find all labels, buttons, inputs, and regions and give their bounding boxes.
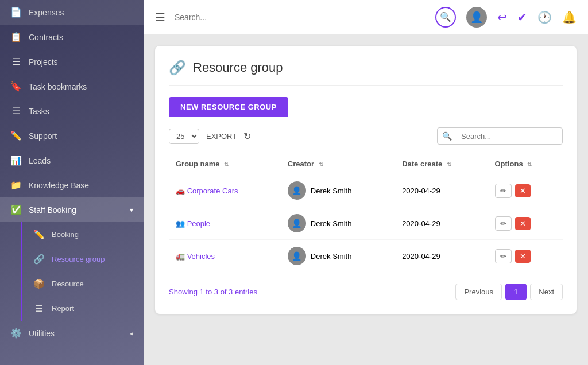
clock-icon[interactable]: 🕐 (537, 10, 552, 24)
sort-icon-date[interactable]: ⇅ (447, 161, 451, 168)
table-controls: 25 EXPORT ↻ 🔍 (169, 127, 563, 145)
resource-group-icon: 🔗 (33, 254, 45, 265)
sidebar-item-support[interactable]: ✏️ Support (0, 123, 144, 148)
table-search-icon: 🔍 (438, 128, 457, 144)
previous-button[interactable]: Previous (455, 284, 502, 300)
refresh-icon[interactable]: ↻ (243, 131, 251, 142)
table-row: 🚛 Vehicles 👤 Derek Smith 2020-04-29 ✏ ✕ (169, 240, 563, 273)
sort-icon-options[interactable]: ⇅ (527, 161, 532, 168)
export-button[interactable]: EXPORT (206, 132, 237, 141)
col-group-name: Group name ⇅ (169, 154, 281, 174)
sidebar-item-leads[interactable]: 📊 Leads (0, 148, 144, 173)
sidebar-item-utilities[interactable]: ⚙️ Utilities ◂ (0, 321, 144, 345)
cell-options: ✏ ✕ (488, 174, 563, 207)
sidebar-item-resource-group[interactable]: 🔗 Resource group (22, 247, 144, 271)
sidebar-item-resource[interactable]: 📦 Resource (22, 271, 144, 296)
main-area: ☰ 🔍 👤 ↩ ✔ 🕐 🔔 🔗 Resource group NEW RESOU… (144, 0, 588, 365)
group-name-link[interactable]: Vehicles (187, 252, 215, 261)
new-resource-group-button[interactable]: NEW RESOURCE GROUP (169, 97, 288, 117)
sidebar-item-projects[interactable]: ☰ Projects (0, 49, 144, 74)
content-area: 🔗 Resource group NEW RESOURCE GROUP 25 E… (144, 34, 588, 365)
row-group-icon: 🚛 (176, 252, 185, 261)
table-search-input[interactable] (457, 129, 562, 144)
bell-icon[interactable]: 🔔 (562, 10, 577, 24)
edit-button[interactable]: ✏ (495, 249, 512, 263)
table-search-box: 🔍 (437, 127, 563, 145)
cell-group-name: 👥 People (169, 207, 281, 240)
cell-options: ✏ ✕ (488, 240, 563, 273)
cell-options: ✏ ✕ (488, 207, 563, 240)
bookmark-icon: 🔖 (10, 81, 22, 92)
leads-icon: 📊 (10, 155, 22, 166)
creator-avatar: 👤 (288, 247, 306, 265)
sidebar-sub-label: Booking (52, 230, 79, 239)
search-button[interactable]: 🔍 (435, 7, 456, 28)
sidebar-item-staff-booking[interactable]: ✅ Staff Booking ▾ (0, 197, 144, 222)
delete-button[interactable]: ✕ (515, 217, 531, 230)
header-search-area (175, 13, 426, 22)
check-icon[interactable]: ✔ (517, 10, 527, 24)
showing-from: 1 (199, 288, 203, 296)
creator-avatar: 👤 (288, 214, 306, 232)
cell-date: 2020-04-29 (395, 240, 488, 273)
edit-button[interactable]: ✏ (495, 184, 512, 198)
sidebar-item-task-bookmarks[interactable]: 🔖 Task bookmarks (0, 74, 144, 99)
sidebar-item-contracts[interactable]: 📋 Contracts (0, 25, 144, 49)
row-group-icon: 👥 (176, 219, 185, 228)
reply-icon[interactable]: ↩ (497, 10, 507, 24)
support-icon: ✏️ (10, 130, 22, 141)
sidebar-item-tasks[interactable]: ☰ Tasks (0, 99, 144, 123)
hamburger-icon[interactable]: ☰ (155, 10, 165, 24)
sidebar-sub-label: Resource group (52, 255, 105, 263)
sidebar-item-label: Knowledge Base (29, 181, 89, 190)
cell-date: 2020-04-29 (395, 174, 488, 207)
sort-icon-group-name[interactable]: ⇅ (224, 161, 229, 168)
sidebar: 📄 Expenses 📋 Contracts ☰ Projects 🔖 Task… (0, 0, 144, 365)
group-name-link[interactable]: Corporate Cars (187, 187, 238, 195)
sidebar-item-expenses[interactable]: 📄 Expenses (0, 0, 144, 25)
per-page-select[interactable]: 25 (169, 129, 199, 144)
sort-icon-creator[interactable]: ⇅ (319, 161, 323, 168)
utilities-icon: ⚙️ (10, 328, 22, 339)
resource-group-table: Group name ⇅ Creator ⇅ Date create ⇅ O (169, 154, 563, 272)
projects-icon: ☰ (10, 56, 22, 67)
col-date-create: Date create ⇅ (395, 154, 488, 174)
sidebar-sub-label: Resource (52, 279, 84, 288)
staff-booking-icon: ✅ (10, 204, 22, 215)
sidebar-item-label: Expenses (29, 8, 64, 17)
next-button[interactable]: Next (530, 284, 563, 300)
expenses-icon: 📄 (10, 7, 22, 18)
creator-name: Derek Smith (311, 219, 352, 228)
sidebar-sub-label: Report (52, 304, 74, 313)
sidebar-item-booking[interactable]: ✏️ Booking (22, 222, 144, 247)
avatar-image: 👤 (470, 11, 483, 24)
staff-booking-submenu: ✏️ Booking 🔗 Resource group 📦 Resource ☰… (21, 222, 144, 321)
content-card: 🔗 Resource group NEW RESOURCE GROUP 25 E… (155, 46, 577, 314)
delete-button[interactable]: ✕ (515, 184, 531, 197)
delete-button[interactable]: ✕ (515, 250, 531, 263)
pagination-row: Showing 1 to 3 of 3 entries Previous 1 N… (169, 284, 563, 300)
creator-avatar: 👤 (288, 181, 306, 200)
sidebar-item-label: Tasks (29, 107, 49, 116)
report-icon: ☰ (33, 303, 45, 314)
table-row: 👥 People 👤 Derek Smith 2020-04-29 ✏ ✕ (169, 207, 563, 240)
sidebar-item-label: Contracts (29, 33, 63, 42)
sidebar-item-report[interactable]: ☰ Report (22, 296, 144, 321)
chevron-left-icon: ◂ (130, 329, 133, 337)
booking-icon: ✏️ (33, 229, 45, 240)
sidebar-item-knowledge-base[interactable]: 📁 Knowledge Base (0, 173, 144, 197)
contracts-icon: 📋 (10, 32, 22, 42)
group-name-link[interactable]: People (187, 219, 210, 228)
showing-text: Showing 1 to 3 of 3 entries (169, 288, 257, 296)
cell-date: 2020-04-29 (395, 207, 488, 240)
header-search-input[interactable] (175, 13, 426, 22)
avatar[interactable]: 👤 (466, 7, 487, 28)
chevron-down-icon: ▾ (130, 206, 133, 214)
edit-button[interactable]: ✏ (495, 216, 512, 231)
sidebar-item-label: Projects (29, 57, 58, 67)
cell-creator: 👤 Derek Smith (281, 174, 395, 207)
cell-creator: 👤 Derek Smith (281, 207, 395, 240)
col-creator: Creator ⇅ (281, 154, 395, 174)
sidebar-item-label: Leads (29, 156, 51, 165)
page-1-button[interactable]: 1 (505, 284, 527, 300)
